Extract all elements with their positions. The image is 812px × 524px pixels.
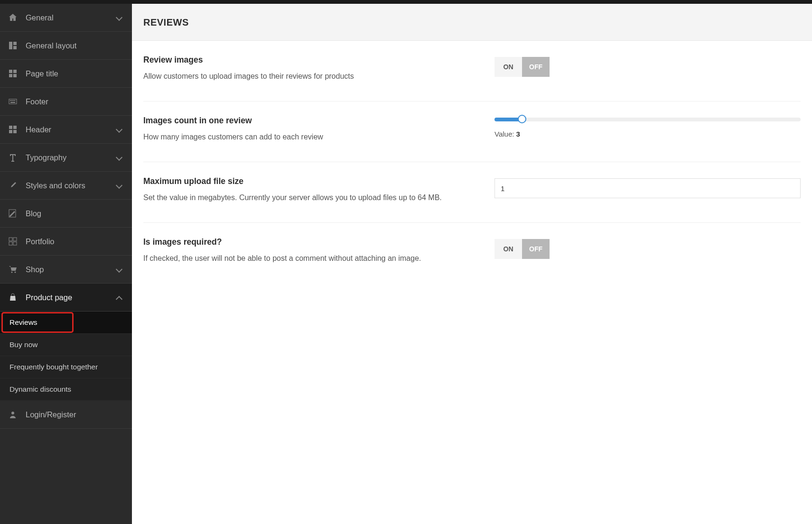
nav-label: Blog: [26, 209, 41, 218]
svg-rect-12: [10, 102, 15, 103]
nav-label: Typography: [26, 153, 66, 162]
svg-rect-7: [9, 99, 17, 104]
nav-label: Page title: [26, 69, 58, 78]
setting-desc: Allow customers to upload images to thei…: [143, 71, 495, 82]
nav-item-shop[interactable]: Shop: [0, 256, 132, 284]
svg-rect-2: [13, 46, 17, 49]
input-max-upload[interactable]: [495, 178, 801, 198]
nav-item-typography[interactable]: Typography: [0, 144, 132, 172]
svg-rect-9: [11, 100, 12, 101]
grid-icon: [9, 69, 17, 78]
layout-icon: [9, 41, 17, 50]
nav-label: Login/Register: [26, 410, 76, 419]
bag-icon: [9, 293, 17, 302]
svg-rect-20: [9, 242, 12, 245]
setting-desc: How many images customers can add to eac…: [143, 131, 495, 143]
setting-desc: Set the value in megabytes. Currently yo…: [143, 192, 495, 203]
home-icon: [9, 13, 17, 22]
nav-item-general[interactable]: General: [0, 4, 132, 32]
nav-item-portfolio[interactable]: Portfolio: [0, 228, 132, 256]
nav-item-blog[interactable]: Blog: [0, 200, 132, 228]
svg-rect-18: [9, 238, 12, 241]
page-title: REVIEWS: [143, 17, 801, 28]
setting-images-count: Images count in one review How many imag…: [143, 101, 801, 162]
user-icon: [9, 410, 17, 419]
svg-rect-0: [9, 42, 12, 49]
setting-review-images: Review images Allow customers to upload …: [143, 41, 801, 101]
cart-icon: [9, 265, 17, 274]
sidebar: GeneralGeneral layoutPage titleFooterHea…: [0, 4, 132, 524]
page-header: REVIEWS: [132, 4, 812, 41]
svg-rect-13: [9, 126, 12, 129]
nav-label: Footer: [26, 97, 48, 106]
toggle-images-required[interactable]: ON OFF: [495, 239, 550, 259]
keyboard-icon: [9, 97, 17, 106]
svg-rect-1: [13, 42, 17, 45]
setting-title: Images count in one review: [143, 116, 495, 126]
main-content: REVIEWS Review images Allow customers to…: [132, 4, 812, 524]
nav-label: General layout: [26, 41, 76, 50]
svg-rect-10: [13, 100, 14, 101]
toggle-on[interactable]: ON: [495, 239, 522, 259]
nav-label: Portfolio: [26, 237, 55, 246]
svg-point-23: [15, 272, 16, 273]
sub-item-buy-now[interactable]: Buy now: [0, 334, 132, 356]
sub-item-frequently-bought-together[interactable]: Frequently bought together: [0, 356, 132, 378]
svg-rect-19: [13, 238, 17, 241]
nav-label: Header: [26, 125, 51, 134]
squares-icon: [9, 237, 17, 246]
grid-icon: [9, 125, 17, 134]
svg-rect-3: [9, 70, 12, 73]
sub-item-reviews[interactable]: Reviews: [0, 312, 132, 334]
setting-title: Maximum upload file size: [143, 176, 495, 186]
nav-label: Shop: [26, 265, 44, 274]
setting-desc: If checked, the user will not be able to…: [143, 253, 495, 264]
svg-rect-11: [14, 100, 15, 101]
svg-rect-4: [13, 70, 17, 73]
svg-rect-15: [9, 130, 12, 133]
nav-label: General: [26, 13, 54, 22]
nav-item-product-page[interactable]: Product page: [0, 284, 132, 312]
sub-item-dynamic-discounts[interactable]: Dynamic discounts: [0, 378, 132, 401]
slider-images-count[interactable]: Value: 3: [495, 118, 801, 138]
nav-label: Styles and colors: [26, 181, 85, 190]
svg-point-22: [11, 272, 13, 273]
edit-icon: [9, 209, 17, 218]
setting-title: Review images: [143, 55, 495, 65]
svg-rect-16: [13, 130, 17, 133]
toggle-on[interactable]: ON: [495, 57, 522, 77]
nav-item-login-register[interactable]: Login/Register: [0, 401, 132, 429]
brush-icon: [9, 181, 17, 190]
svg-rect-6: [13, 74, 17, 77]
svg-rect-14: [13, 126, 17, 129]
slider-value-label: Value: 3: [495, 130, 801, 138]
setting-title: Is images required?: [143, 237, 495, 247]
nav-item-header[interactable]: Header: [0, 116, 132, 144]
svg-rect-21: [13, 242, 17, 245]
svg-rect-8: [10, 100, 11, 101]
toggle-review-images[interactable]: ON OFF: [495, 57, 550, 77]
nav-label: Product page: [26, 293, 72, 302]
slider-thumb[interactable]: [518, 115, 526, 123]
svg-rect-5: [9, 74, 12, 77]
svg-point-24: [11, 412, 14, 414]
setting-images-required: Is images required? If checked, the user…: [143, 223, 801, 283]
setting-max-upload: Maximum upload file size Set the value i…: [143, 162, 801, 223]
toggle-off[interactable]: OFF: [522, 57, 550, 77]
type-icon: [9, 153, 17, 162]
nav-item-styles-and-colors[interactable]: Styles and colors: [0, 172, 132, 200]
nav-item-page-title[interactable]: Page title: [0, 60, 132, 88]
nav-item-footer[interactable]: Footer: [0, 88, 132, 116]
top-bar: [0, 0, 812, 4]
toggle-off[interactable]: OFF: [522, 239, 550, 259]
nav-item-general-layout[interactable]: General layout: [0, 32, 132, 60]
